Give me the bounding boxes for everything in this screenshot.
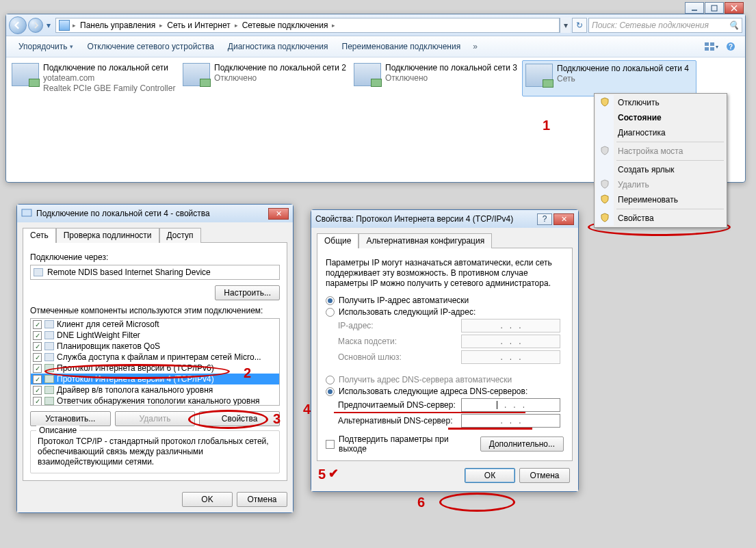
tab-auth[interactable]: Проверка подлинности bbox=[56, 228, 159, 243]
intro-text: Параметры IP могут назначаться автоматич… bbox=[326, 258, 564, 289]
dialog-titlebar: Подключение по локальной сети 4 - свойст… bbox=[17, 205, 293, 222]
preferred-dns-input[interactable]: ... bbox=[461, 398, 560, 412]
list-item-selected[interactable]: ✓Протокол Интернета версии 4 (TCP/IPv4) bbox=[31, 374, 279, 384]
list-item[interactable]: ✓Драйвер в/в тополога канального уровня bbox=[31, 384, 279, 395]
tab-network[interactable]: Сеть bbox=[23, 228, 56, 243]
components-list[interactable]: ✓Клиент для сетей Microsoft ✓DNE LightWe… bbox=[30, 318, 280, 406]
breadcrumb-item[interactable]: Сеть и Интернет bbox=[163, 18, 234, 32]
radio-icon bbox=[326, 296, 335, 305]
radio-manual-ip[interactable]: Использовать следующий IP-адрес: bbox=[326, 307, 564, 317]
ok-button[interactable]: ОК bbox=[465, 468, 515, 483]
refresh-button[interactable]: ↻ bbox=[572, 18, 587, 33]
checkbox-icon[interactable]: ✓ bbox=[33, 397, 42, 406]
address-bar: ▾ ▸ Панель управления▸ Сеть и Интернет▸ … bbox=[6, 14, 745, 36]
disable-device-button[interactable]: Отключение сетевого устройства bbox=[80, 39, 220, 54]
minimize-button[interactable] bbox=[685, 2, 704, 14]
adapter-icon bbox=[34, 268, 43, 276]
ctx-bridge[interactable]: Настройка моста bbox=[596, 144, 725, 159]
annotation-label: 1 bbox=[543, 118, 550, 133]
ipv4-properties-dialog: Свойства: Протокол Интернета версии 4 (T… bbox=[311, 209, 579, 492]
description-text: Протокол TCP/IP - стандартный протокол г… bbox=[38, 436, 272, 467]
ctx-diagnose[interactable]: Диагностика bbox=[596, 125, 725, 140]
list-item[interactable]: ✓Планировщик пакетов QoS bbox=[31, 341, 279, 352]
subnet-mask-input: ... bbox=[461, 335, 560, 348]
install-button[interactable]: Установить... bbox=[30, 411, 111, 426]
search-input[interactable]: Поиск: Сетевые подключения 🔍 bbox=[588, 18, 742, 33]
annotation-underline bbox=[334, 412, 525, 413]
checkbox-icon[interactable]: ✓ bbox=[33, 331, 42, 340]
ctx-shortcut[interactable]: Создать ярлык bbox=[596, 162, 725, 177]
checkbox-icon[interactable]: ✓ bbox=[33, 342, 42, 351]
protocol-icon bbox=[44, 386, 54, 394]
radio-auto-dns[interactable]: Получить адрес DNS-сервера автоматически bbox=[326, 375, 564, 384]
ctx-disable[interactable]: Отключить bbox=[596, 95, 725, 110]
ctx-properties[interactable]: Свойства bbox=[596, 211, 725, 226]
checkbox-icon[interactable]: ✓ bbox=[33, 353, 42, 362]
shield-icon bbox=[600, 179, 610, 189]
checkbox-icon[interactable]: ✓ bbox=[33, 364, 42, 373]
connection-name: Подключение по локальной сети 3 bbox=[385, 63, 517, 73]
breadcrumb-item[interactable]: Сетевые подключения bbox=[238, 18, 333, 32]
network-adapter-icon bbox=[183, 63, 210, 86]
view-mode-button[interactable] bbox=[703, 39, 720, 54]
svg-rect-10 bbox=[22, 209, 31, 216]
list-item[interactable]: ✓Протокол Интернета версии 6 (TCP/IPv6) bbox=[31, 363, 279, 374]
close-button[interactable] bbox=[725, 2, 744, 14]
organize-menu[interactable]: Упорядочить bbox=[12, 39, 80, 54]
back-button[interactable] bbox=[9, 16, 27, 34]
description-legend: Описание bbox=[36, 426, 79, 435]
connection-tile-selected[interactable]: Подключение по локальной сети 4 Сеть bbox=[522, 60, 696, 96]
advanced-button[interactable]: Дополнительно... bbox=[480, 436, 564, 452]
connection-tile[interactable]: Подключение по локальной сети 2 Отключен… bbox=[180, 60, 351, 96]
overflow-chevron-icon[interactable]: » bbox=[467, 42, 483, 51]
connection-tile[interactable]: Подключение по локальной сети 3 Отключен… bbox=[351, 60, 522, 96]
checkbox-icon[interactable]: ✓ bbox=[33, 386, 42, 395]
connect-via-label: Подключение через: bbox=[30, 252, 280, 262]
adapter-field: Remote NDIS based Internet Sharing Devic… bbox=[30, 265, 280, 280]
maximize-button[interactable] bbox=[705, 2, 724, 14]
command-bar: Упорядочить Отключение сетевого устройст… bbox=[6, 36, 745, 57]
help-button[interactable]: ? bbox=[537, 213, 552, 225]
properties-button[interactable]: Свойства bbox=[199, 411, 280, 426]
ok-button[interactable]: OK bbox=[182, 492, 233, 507]
nav-history-dropdown[interactable]: ▾ bbox=[44, 18, 53, 33]
alternate-dns-input[interactable]: ... bbox=[461, 414, 560, 428]
help-button[interactable]: ? bbox=[722, 39, 740, 54]
connection-name: Подключение по локальной сети 2 bbox=[214, 63, 346, 73]
list-item[interactable]: ✓Ответчик обнаружения топологии канально… bbox=[31, 395, 279, 406]
tab-sharing[interactable]: Доступ bbox=[159, 228, 201, 243]
list-item[interactable]: ✓Клиент для сетей Microsoft bbox=[31, 319, 279, 330]
cancel-button[interactable]: Отмена bbox=[237, 492, 287, 507]
configure-button[interactable]: Настроить... bbox=[215, 285, 280, 300]
annotation-oval bbox=[439, 493, 515, 512]
connection-properties-dialog: Подключение по локальной сети 4 - свойст… bbox=[16, 204, 294, 513]
tab-alt-config[interactable]: Альтернативная конфигурация bbox=[359, 233, 492, 248]
close-button[interactable]: ✕ bbox=[268, 208, 289, 220]
svg-text:?: ? bbox=[729, 43, 733, 51]
checkbox-icon[interactable]: ✓ bbox=[33, 320, 42, 329]
checkbox-icon[interactable]: ✓ bbox=[33, 375, 42, 384]
ip-address-label: IP-адрес: bbox=[338, 321, 461, 330]
radio-icon bbox=[326, 387, 335, 396]
ctx-rename[interactable]: Переименовать bbox=[596, 192, 725, 207]
rename-connection-button[interactable]: Переименование подключения bbox=[335, 39, 468, 54]
ip-address-input: ... bbox=[461, 319, 560, 332]
close-button[interactable]: ✕ bbox=[553, 213, 574, 225]
validate-checkbox[interactable] bbox=[326, 440, 335, 449]
breadcrumb-dropdown[interactable]: ▾ bbox=[560, 18, 571, 33]
ctx-delete[interactable]: Удалить bbox=[596, 177, 725, 192]
protocol-icon bbox=[44, 375, 54, 383]
list-item[interactable]: ✓DNE LightWeight Filter bbox=[31, 330, 279, 341]
radio-auto-ip[interactable]: Получить IP-адрес автоматически bbox=[326, 296, 564, 305]
breadcrumb-item[interactable]: Панель управления bbox=[76, 18, 159, 32]
cancel-button[interactable]: Отмена bbox=[519, 468, 570, 483]
radio-manual-dns[interactable]: Использовать следующие адреса DNS-сервер… bbox=[326, 387, 564, 396]
list-item[interactable]: ✓Служба доступа к файлам и принтерам сет… bbox=[31, 352, 279, 363]
connection-tile[interactable]: Подключение по локальной сети yotateam.c… bbox=[9, 60, 180, 96]
diagnose-button[interactable]: Диагностика подключения bbox=[221, 39, 335, 54]
tab-general[interactable]: Общие bbox=[317, 233, 359, 248]
breadcrumb[interactable]: ▸ Панель управления▸ Сеть и Интернет▸ Се… bbox=[55, 18, 560, 33]
protocol-icon bbox=[44, 364, 54, 372]
forward-button[interactable] bbox=[28, 18, 43, 33]
ctx-status[interactable]: Состояние bbox=[596, 110, 725, 125]
